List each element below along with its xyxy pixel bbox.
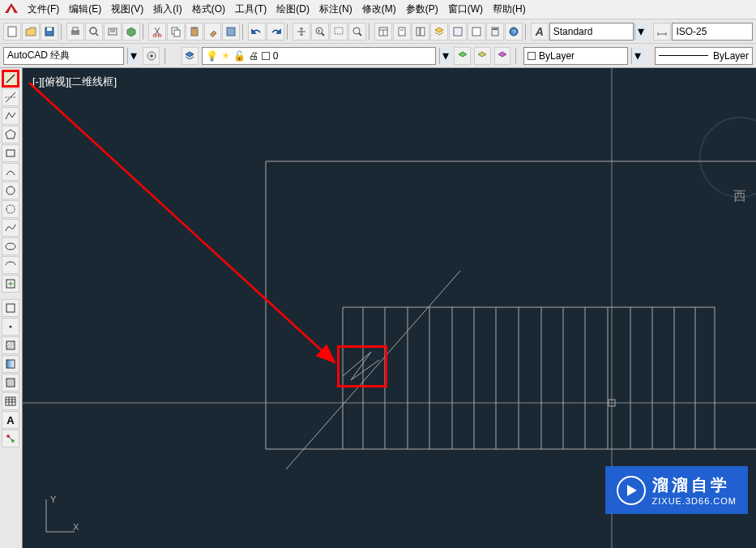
menu-parametric[interactable]: 参数(P): [401, 1, 443, 18]
save-button[interactable]: [41, 23, 58, 41]
polygon-tool[interactable]: [2, 126, 19, 143]
menu-window[interactable]: 窗口(W): [443, 1, 488, 18]
svg-rect-2: [47, 28, 52, 31]
block-editor-button[interactable]: [222, 23, 240, 41]
svg-rect-26: [421, 28, 425, 36]
zoom-window-button[interactable]: [330, 23, 348, 41]
layer-dropdown[interactable]: 💡 ☀ 🔓 🖨 0: [202, 47, 436, 65]
gradient-tool[interactable]: [2, 355, 19, 373]
revcloud-tool[interactable]: [2, 200, 19, 218]
ellipse-tool[interactable]: [2, 238, 19, 255]
calculator-button[interactable]: [486, 23, 504, 41]
linetype-display[interactable]: ByLayer: [655, 47, 754, 65]
paste-button[interactable]: [186, 23, 203, 41]
menu-modify[interactable]: 修改(M): [357, 1, 401, 18]
menu-insert[interactable]: 插入(I): [148, 1, 186, 18]
redo-button[interactable]: [267, 23, 284, 41]
dim-style-button[interactable]: [653, 23, 671, 41]
menu-tools[interactable]: 工具(T): [230, 1, 271, 18]
layer-properties-button[interactable]: [182, 47, 199, 65]
sheet-set-button[interactable]: [393, 23, 411, 41]
markup-button[interactable]: [468, 23, 485, 41]
polyline-tool[interactable]: [2, 107, 19, 125]
add-selected-tool[interactable]: [2, 430, 19, 447]
light-icon: 💡: [206, 50, 218, 62]
svg-text:±: ±: [318, 28, 321, 33]
publish-button[interactable]: [104, 23, 122, 41]
menu-format[interactable]: 格式(O): [187, 1, 230, 18]
svg-rect-27: [454, 28, 462, 36]
menu-draw[interactable]: 绘图(D): [271, 1, 314, 18]
open-button[interactable]: [22, 23, 40, 41]
workspace-dropdown[interactable]: AutoCAD 经典: [3, 47, 124, 65]
color-swatch: [527, 52, 536, 60]
menu-help[interactable]: 帮助(H): [488, 1, 531, 18]
svg-rect-0: [8, 27, 16, 36]
linetype-preview: [659, 55, 708, 56]
layer-iso-button[interactable]: [494, 47, 511, 65]
svg-rect-49: [6, 379, 15, 387]
rectangle-tool[interactable]: [2, 144, 19, 162]
app-logo: [3, 2, 19, 15]
ucs-icon: Y X: [34, 491, 83, 540]
table-tool[interactable]: [2, 392, 19, 410]
3d-print-button[interactable]: [122, 23, 140, 41]
text-tool[interactable]: A: [2, 411, 19, 429]
copy-button[interactable]: [167, 23, 185, 41]
properties-button[interactable]: [374, 23, 392, 41]
spline-tool[interactable]: [2, 219, 19, 237]
make-block-tool[interactable]: [2, 299, 19, 317]
pan-button[interactable]: [293, 23, 310, 41]
menu-view[interactable]: 视图(V): [106, 1, 148, 18]
svg-rect-28: [472, 28, 481, 36]
menu-file[interactable]: 文件(F): [23, 1, 64, 18]
svg-line-85: [29, 83, 335, 362]
drawing-canvas[interactable]: [-][俯视][二维线框] 西: [23, 68, 756, 548]
point-tool[interactable]: [2, 318, 19, 336]
help-button[interactable]: ?: [505, 23, 523, 41]
layer-manager-button[interactable]: [430, 23, 448, 41]
tool-palettes-button[interactable]: [412, 23, 429, 41]
dim-style-dropdown[interactable]: ISO-25: [672, 23, 753, 41]
insert-block-tool[interactable]: [2, 275, 19, 293]
new-button[interactable]: [3, 23, 21, 41]
circle-tool[interactable]: [2, 182, 19, 199]
svg-point-19: [353, 28, 360, 34]
svg-line-16: [322, 33, 324, 36]
svg-rect-14: [227, 28, 235, 36]
menu-dimension[interactable]: 标注(N): [314, 1, 357, 18]
layer-previous-button[interactable]: [474, 47, 491, 65]
line-tool[interactable]: [2, 70, 19, 88]
preview-button[interactable]: [85, 23, 103, 41]
print-button[interactable]: [66, 23, 84, 41]
text-style-arrow[interactable]: ▾: [634, 24, 647, 40]
hatch-tool[interactable]: [2, 336, 19, 354]
cut-button[interactable]: [148, 23, 166, 41]
design-center-button[interactable]: [449, 23, 467, 41]
text-style-button[interactable]: A: [531, 23, 549, 41]
svg-line-6: [96, 33, 98, 36]
color-arrow[interactable]: ▾: [631, 48, 643, 64]
workspace-value: AutoCAD 经典: [7, 49, 70, 62]
layer-arrow[interactable]: ▾: [439, 48, 451, 64]
layer-name: 0: [273, 50, 279, 62]
layer-states-button[interactable]: [454, 47, 471, 65]
draw-toolbar: A: [0, 68, 23, 548]
workspace-settings-button[interactable]: [143, 47, 160, 65]
ellipse-arc-tool[interactable]: [2, 256, 19, 274]
svg-text:X: X: [73, 522, 79, 532]
text-style-dropdown[interactable]: Standard: [549, 23, 634, 41]
menu-edit[interactable]: 编辑(E): [64, 1, 106, 18]
zoom-realtime-button[interactable]: ±: [311, 23, 329, 41]
zoom-prev-button[interactable]: [348, 23, 366, 41]
workspace-arrow[interactable]: ▾: [127, 48, 139, 64]
sun-icon: ☀: [221, 50, 230, 62]
color-dropdown[interactable]: ByLayer: [523, 47, 628, 65]
undo-button[interactable]: [248, 23, 266, 41]
construction-line-tool[interactable]: [2, 88, 19, 106]
arc-tool[interactable]: [2, 163, 19, 181]
match-button[interactable]: [204, 23, 222, 41]
svg-rect-4: [73, 28, 78, 31]
region-tool[interactable]: [2, 374, 19, 392]
layer-toolbar: AutoCAD 经典 ▾ 💡 ☀ 🔓 🖨 0 ▾ ByLayer ▾ ByLay…: [0, 44, 756, 68]
